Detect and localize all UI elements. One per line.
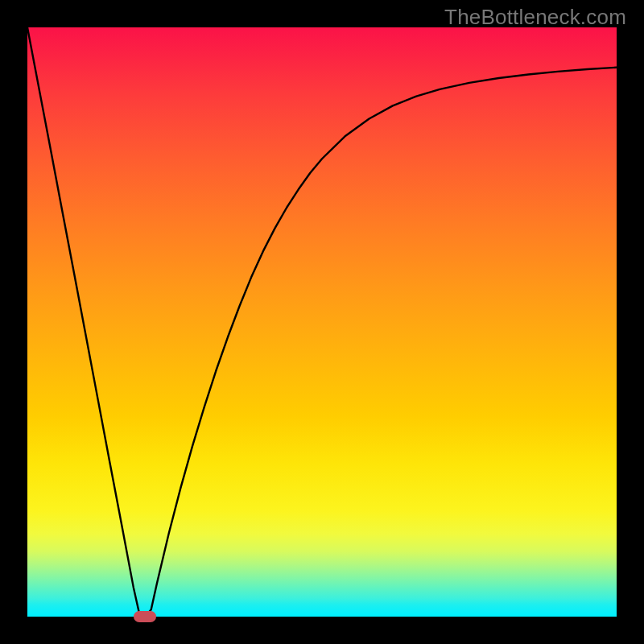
- chart-frame: TheBottleneck.com: [0, 0, 644, 644]
- watermark-text: TheBottleneck.com: [444, 5, 626, 30]
- optimal-marker: [134, 611, 156, 622]
- bottleneck-curve: [27, 27, 617, 617]
- plot-area: [27, 27, 617, 617]
